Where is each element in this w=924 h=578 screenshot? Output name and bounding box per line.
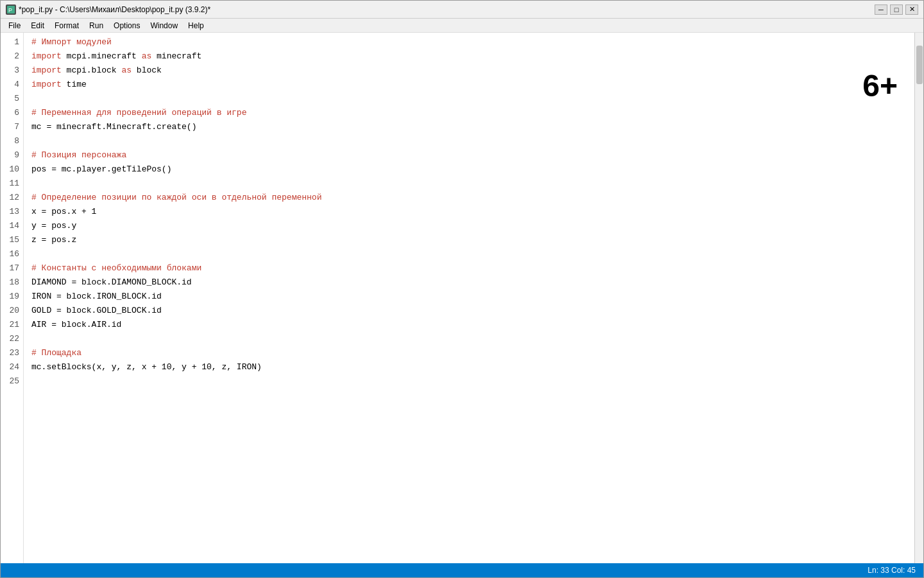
code-line: # Площадка [31,346,914,360]
line-number: 16 [1,247,23,261]
menu-item-format[interactable]: Format [49,20,84,31]
code-line: x = pos.x + 1 [31,205,914,219]
line-number: 19 [1,290,23,304]
menu-item-window[interactable]: Window [145,20,183,31]
menu-item-options[interactable]: Options [108,20,145,31]
code-line: mc = minecraft.Minecraft.create() [31,120,914,134]
scrollbar-thumb[interactable] [916,46,923,84]
line-number: 3 [1,64,23,78]
title-bar: P *pop_it.py - C:\Users\Михаил\Desktop\p… [1,1,923,19]
code-area[interactable]: # Импорт модулейimport mcpi.minecraft as… [24,33,914,563]
line-number: 13 [1,205,23,219]
line-number: 15 [1,233,23,247]
code-line: # Переменная для проведений операций в и… [31,106,914,120]
code-line: IRON = block.IRON_BLOCK.id [31,290,914,304]
line-number: 14 [1,219,23,233]
code-line: import mcpi.minecraft as minecraft [31,49,914,64]
minimize-button[interactable]: ─ [875,4,887,15]
svg-text:P: P [8,7,12,13]
title-bar-controls: ─ □ ✕ [875,4,918,15]
code-line: y = pos.y [31,219,914,233]
scrollbar-vertical[interactable] [914,33,923,563]
code-line: # Позиция персонажа [31,148,914,162]
line-number: 25 [1,374,23,389]
main-window: P *pop_it.py - C:\Users\Михаил\Desktop\p… [0,0,924,578]
line-number: 5 [1,92,23,106]
status-text: Ln: 33 Col: 45 [868,566,916,575]
code-line: import mcpi.block as block [31,64,914,78]
menu-bar: FileEditFormatRunOptionsWindowHelp [1,19,923,33]
code-line: DIAMOND = block.DIAMOND_BLOCK.id [31,276,914,290]
line-number: 10 [1,162,23,177]
code-line: z = pos.z [31,233,914,247]
code-line: # Определение позиции по каждой оси в от… [31,191,914,205]
code-line: import time [31,78,914,92]
code-line [31,134,914,148]
line-number: 11 [1,177,23,191]
age-badge: 6+ [862,68,898,103]
line-number: 22 [1,332,23,346]
line-number: 24 [1,360,23,374]
line-number: 18 [1,276,23,290]
title-bar-left: P *pop_it.py - C:\Users\Михаил\Desktop\p… [6,4,210,15]
line-number: 9 [1,148,23,162]
line-number: 1 [1,35,23,49]
line-number: 17 [1,261,23,276]
menu-item-file[interactable]: File [3,20,26,31]
window-title: *pop_it.py - C:\Users\Михаил\Desktop\pop… [19,5,210,14]
code-line [31,332,914,346]
code-line: mc.setBlocks(x, y, z, x + 10, y + 10, z,… [31,360,914,374]
code-line: # Импорт модулей [31,35,914,49]
code-line [31,177,914,191]
line-numbers: 1234567891011121314151617181920212223242… [1,33,24,563]
menu-item-help[interactable]: Help [183,20,209,31]
line-number: 7 [1,120,23,134]
menu-item-edit[interactable]: Edit [26,20,49,31]
close-button[interactable]: ✕ [905,4,918,15]
line-number: 4 [1,78,23,92]
line-number: 20 [1,304,23,318]
maximize-button[interactable]: □ [890,4,903,15]
line-number: 8 [1,134,23,148]
code-line [31,92,914,106]
app-icon: P [6,4,16,15]
code-line [31,247,914,261]
line-number: 2 [1,49,23,64]
editor-area: 1234567891011121314151617181920212223242… [1,33,923,563]
code-line: pos = mc.player.getTilePos() [31,162,914,177]
status-bar: Ln: 33 Col: 45 [1,563,923,577]
line-number: 21 [1,318,23,332]
line-number: 23 [1,346,23,360]
menu-item-run[interactable]: Run [84,20,108,31]
code-line: GOLD = block.GOLD_BLOCK.id [31,304,914,318]
line-number: 6 [1,106,23,120]
line-number: 12 [1,191,23,205]
code-line: # Константы с необходимыми блоками [31,261,914,276]
code-line: AIR = block.AIR.id [31,318,914,332]
code-line [31,374,914,389]
